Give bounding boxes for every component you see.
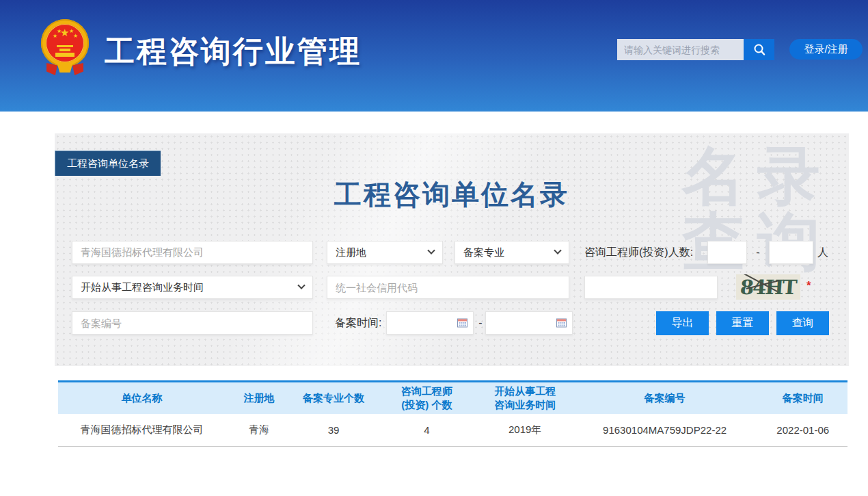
- table-row: 青海国德招标代理有限公司 青海 39 4 2019年 91630104MA759…: [58, 414, 847, 446]
- chevron-down-icon: [297, 282, 305, 289]
- header: ★ ★ ★ ★ ★ 工程咨询行业管理 登录/注册: [0, 0, 868, 112]
- table-header-row: 单位名称 注册地 备案专业个数 咨询工程师 (投资) 个数 开始从事工程 咨询业…: [58, 382, 847, 414]
- range-dash: -: [476, 311, 485, 335]
- select-value: 开始从事工程咨询业务时间: [81, 281, 204, 294]
- login-register-button[interactable]: 登录/注册: [789, 39, 863, 60]
- star-icon: ★: [53, 34, 57, 39]
- cell-start-time: 2019年: [479, 414, 571, 446]
- tab-unit-directory[interactable]: 工程咨询单位名录: [55, 151, 161, 176]
- chevron-down-icon: [427, 247, 435, 254]
- select-value: 备案专业: [463, 246, 504, 259]
- cell-unit-name: 青海国德招标代理有限公司: [58, 414, 226, 446]
- col-header-start-time: 开始从事工程 咨询业务时间: [479, 382, 571, 414]
- site-title: 工程咨询行业管理: [105, 31, 362, 72]
- engineer-count-max-input[interactable]: [769, 241, 813, 264]
- emblem-gear: [57, 64, 72, 73]
- reset-button[interactable]: 重置: [716, 311, 769, 335]
- captcha-image[interactable]: 84HT: [736, 274, 800, 300]
- national-emblem-logo: ★ ★ ★ ★ ★: [41, 18, 89, 81]
- record-time-end-datepicker[interactable]: [485, 311, 573, 335]
- col-header-specialty-count: 备案专业个数: [293, 382, 375, 414]
- col-header-record-number: 备案编号: [571, 382, 759, 414]
- search-icon: [752, 43, 766, 57]
- page-title: 工程咨询单位名录: [55, 176, 849, 213]
- query-button[interactable]: 查询: [776, 311, 829, 335]
- record-number-input[interactable]: [72, 311, 313, 335]
- captcha-input[interactable]: [584, 276, 718, 299]
- required-asterisk: *: [806, 279, 811, 293]
- company-name-input[interactable]: [72, 241, 313, 264]
- page: ★ ★ ★ ★ ★ 工程咨询行业管理 登录/注册 名录: [0, 0, 868, 496]
- emblem-gate: [59, 49, 70, 51]
- export-button[interactable]: 导出: [656, 311, 709, 335]
- col-header-record-time: 备案时间: [758, 382, 847, 414]
- registration-place-select[interactable]: 注册地: [327, 241, 443, 264]
- calendar-icon: [556, 318, 567, 328]
- header-search: [617, 39, 774, 60]
- query-panel: 名录 查询 工程咨询单位名录 工程咨询单位名录 注册地 备案专业 咨询工程师(投…: [55, 133, 849, 366]
- cell-engineer-count: 4: [375, 414, 478, 446]
- star-icon: ★: [73, 34, 78, 39]
- person-unit-label: 人: [817, 241, 828, 264]
- calendar-icon: [457, 318, 467, 328]
- engineer-count-min-input[interactable]: [707, 241, 747, 264]
- select-value: 注册地: [336, 246, 366, 259]
- start-business-time-select[interactable]: 开始从事工程咨询业务时间: [72, 276, 313, 299]
- engineer-count-label: 咨询工程师(投资)人数:: [584, 241, 693, 264]
- col-header-registration-place: 注册地: [226, 382, 293, 414]
- col-header-unit-name: 单位名称: [58, 382, 226, 414]
- cell-record-time: 2022-01-06: [758, 414, 847, 446]
- star-icon: ★: [57, 29, 62, 34]
- emblem-gate: [57, 45, 73, 47]
- search-input[interactable]: [617, 39, 744, 60]
- record-specialty-select[interactable]: 备案专业: [455, 241, 569, 264]
- cell-record-number: 91630104MA759JDP22-22: [571, 414, 759, 446]
- col-header-engineer-count: 咨询工程师 (投资) 个数: [375, 382, 478, 414]
- record-time-label: 备案时间:: [335, 311, 381, 335]
- emblem-gate: [55, 53, 74, 57]
- chevron-down-icon: [554, 247, 561, 254]
- cell-specialty-count: 39: [293, 414, 375, 446]
- range-dash: -: [751, 241, 765, 264]
- record-time-start-datepicker[interactable]: [386, 311, 474, 335]
- results-table: 单位名称 注册地 备案专业个数 咨询工程师 (投资) 个数 开始从事工程 咨询业…: [58, 380, 847, 447]
- search-button[interactable]: [744, 39, 774, 60]
- cell-registration-place: 青海: [226, 414, 293, 446]
- credit-code-input[interactable]: [327, 276, 569, 299]
